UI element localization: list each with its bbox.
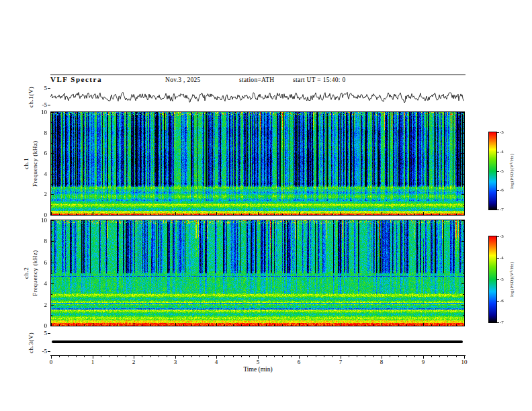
colorbar-tick-label: -6 [500,187,509,193]
x-minor-tick [291,324,292,326]
colorbar-1-canvas [489,132,496,210]
y-minor-tick [463,273,464,274]
colorbar-tick [497,171,499,172]
y-tick-label: 6 [36,150,47,156]
x-axis-minor-tick [373,356,374,357]
x-minor-tick [191,324,192,326]
date-label: Nov.3 , 2025 [165,77,201,83]
x-minor-tick [101,324,101,326]
x-minor-tick [126,324,126,326]
y-tick-label: 0 [36,322,47,329]
colorbar-2 [488,236,497,323]
y-major-tick [51,153,54,154]
x-minor-tick [324,324,324,326]
x-major-tick [423,212,424,215]
y-major-tick [51,112,54,113]
x-minor-tick [307,214,308,215]
x-minor-tick [233,214,234,215]
x-major-tick [216,323,217,326]
x-minor-tick [233,324,234,326]
ch1-wave-ytick-bottom: -5 [36,101,47,108]
x-minor-tick [109,324,109,326]
x-minor-tick [109,214,109,215]
y-minor-tick [463,122,464,123]
x-axis-title: Time (min) [50,366,466,373]
colorbar-tick [497,210,499,210]
y-minor-tick [51,143,52,144]
y-tick-label: 8 [36,130,47,136]
y-tick-label: 4 [36,280,47,287]
x-axis-minor-tick [76,356,77,357]
colorbar-tick [497,279,499,280]
x-axis-minor-tick [191,356,192,357]
x-minor-tick [357,214,357,215]
colorbar-tick-label: -3 [500,234,509,239]
x-minor-tick [307,324,308,326]
x-minor-tick [414,324,415,326]
y-major-tick [51,215,54,216]
x-minor-tick [224,214,225,215]
y-major-tick [51,326,54,326]
ch1-frequency-axis-label: Frequency (kHz) [31,111,39,216]
x-minor-tick [316,214,316,215]
top-rule-divider [50,75,466,75]
x-tick-label: 4 [211,359,222,365]
y-minor-tick [463,252,464,253]
y-minor-tick [51,252,52,253]
x-major-tick [423,323,424,326]
y-major-tick [461,241,464,242]
x-minor-tick [59,324,60,326]
colorbar-tick-label: -3 [500,130,509,135]
x-minor-tick [390,214,390,215]
x-minor-tick [431,214,432,215]
x-minor-tick [167,324,167,326]
x-minor-tick [406,324,407,326]
x-tick-label: 5 [253,359,263,365]
x-tick-label: 10 [459,359,470,365]
x-axis-minor-tick [84,356,85,357]
x-axis-minor-tick [439,356,440,357]
y-minor-tick [51,205,52,205]
y-major-tick [461,220,464,221]
ch3-wave-ytick-bottom: -5 [36,348,47,355]
x-minor-tick [456,214,457,215]
x-minor-tick [365,214,365,215]
x-axis-minor-tick [282,356,283,357]
x-major-tick [464,323,465,326]
colorbar-tick-label: -6 [500,298,509,304]
y-tick-label: 10 [36,109,47,116]
ch1-channel-axis-label: ch.1 [22,111,30,216]
x-axis-minor-tick [109,356,109,357]
x-minor-tick [68,324,69,326]
x-axis-minor-tick [324,356,324,357]
ch3-waveform-panel [50,330,465,355]
y-minor-tick [463,294,464,295]
x-minor-tick [373,324,374,326]
x-minor-tick [249,214,250,215]
x-minor-tick [406,214,407,215]
y-major-tick [51,174,54,175]
x-axis-minor-tick [241,356,242,357]
x-minor-tick [398,214,399,215]
ch2-channel-axis-label: ch.2 [22,220,30,326]
x-minor-tick [439,214,440,215]
x-minor-tick [447,324,448,326]
x-axis-minor-tick [142,356,142,357]
y-major-tick [461,283,464,284]
x-minor-tick [373,214,374,215]
x-minor-tick [159,214,159,215]
y-minor-tick [51,315,52,316]
x-minor-tick [183,324,184,326]
ch1-wave-tick [48,105,50,105]
y-minor-tick [51,122,52,123]
colorbar-2-canvas [489,236,496,322]
x-minor-tick [191,214,192,215]
ch3-wave-ytick-top: 5 [36,330,47,336]
y-major-tick [461,153,464,154]
x-minor-tick [365,324,365,326]
x-minor-tick [332,214,332,215]
x-major-tick [299,323,300,326]
ch3-voltage-axis-label: ch.3(V) [27,330,35,355]
x-tick-label: 0 [46,359,56,365]
x-minor-tick [332,324,332,326]
